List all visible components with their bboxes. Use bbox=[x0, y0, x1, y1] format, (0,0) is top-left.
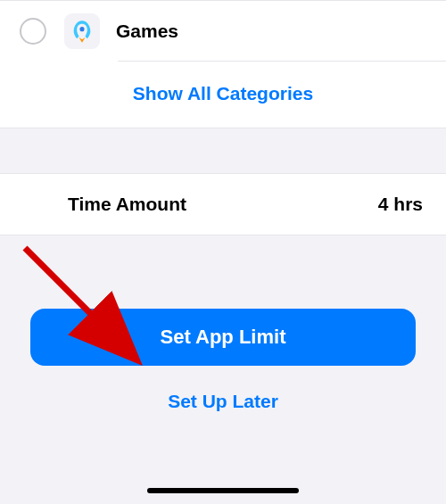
show-all-categories-row[interactable]: Show All Categories bbox=[0, 62, 446, 128]
category-label: Games bbox=[116, 21, 178, 42]
time-amount-value: 4 hrs bbox=[378, 194, 423, 215]
time-amount-label: Time Amount bbox=[68, 194, 186, 215]
svg-point-0 bbox=[79, 27, 84, 31]
home-indicator bbox=[147, 488, 299, 493]
set-app-limit-button[interactable]: Set App Limit bbox=[30, 309, 416, 366]
button-area: Set App Limit Set Up Later bbox=[0, 309, 446, 419]
set-up-later-button[interactable]: Set Up Later bbox=[30, 384, 416, 419]
section-gap-2 bbox=[0, 235, 446, 309]
rocket-icon bbox=[64, 13, 100, 49]
radio-unchecked-icon[interactable] bbox=[20, 18, 46, 45]
time-amount-row[interactable]: Time Amount 4 hrs bbox=[0, 174, 446, 235]
section-gap bbox=[0, 128, 446, 173]
categories-section: Games Show All Categories bbox=[0, 0, 446, 128]
time-amount-section: Time Amount 4 hrs bbox=[0, 173, 446, 235]
show-all-categories-link[interactable]: Show All Categories bbox=[133, 83, 313, 103]
set-app-limit-label: Set App Limit bbox=[161, 326, 286, 349]
set-up-later-label: Set Up Later bbox=[168, 391, 278, 411]
category-row-games[interactable]: Games bbox=[0, 1, 446, 62]
